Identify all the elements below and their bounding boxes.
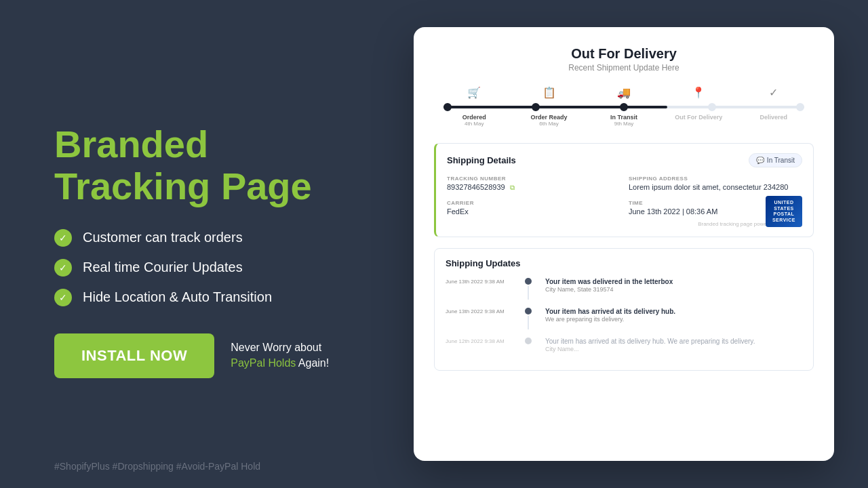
tracking-number-value: 89327846528939 ⧉	[447, 183, 620, 192]
timeline-time-3: June 12th 2022 9:38 AM	[446, 338, 517, 352]
shipping-details-header: Shipping Details 💬 In Transit	[447, 153, 802, 167]
step-out-for-delivery: 📍	[661, 86, 736, 102]
address-label: SHIPPING ADDRESS	[629, 176, 802, 182]
update-location-1: City Name, State 319574	[545, 286, 673, 293]
cta-text: Never Worry about PayPal Holds Again!	[231, 340, 329, 371]
check-icon-1: ✓	[54, 229, 72, 247]
cta-text-suffix: Again!	[296, 357, 329, 369]
tracking-subtitle: Recent Shipment Update Here	[434, 63, 814, 73]
carrier-label: CARRIER	[447, 200, 620, 206]
install-now-button[interactable]: INSTALL NOW	[54, 333, 214, 378]
step-in-transit: 🚚	[587, 86, 661, 102]
dot-4	[708, 103, 716, 111]
copy-icon[interactable]: ⧉	[510, 184, 515, 191]
dot-2	[532, 103, 540, 111]
carrier-value: FedEx	[447, 207, 620, 216]
label-out-for-delivery: Out For Delivery	[661, 114, 736, 127]
shipping-details-title: Shipping Details	[447, 155, 516, 165]
hero-title-line1: Branded	[54, 123, 208, 165]
step-ordered: 🛒	[437, 86, 511, 102]
cta-text-highlight: PayPal Holds	[231, 357, 296, 369]
progress-labels: Ordered 4th May Order Ready 6th May In T…	[437, 114, 811, 127]
timeline-item-2: June 13th 2022 9:38 AM Your item has arr…	[446, 308, 802, 338]
tracking-title: Out For Delivery	[434, 46, 814, 62]
address-field: SHIPPING ADDRESS Lorem ipsum dolor sit a…	[629, 176, 802, 192]
right-panel: Out For Delivery Recent Shipment Update …	[393, 0, 868, 488]
location-icon: 📍	[692, 86, 705, 99]
tracking-number-label: TRACKING NUMBER	[447, 176, 620, 182]
hashtags: #ShopifyPlus #Dropshipping #Avoid-PayPal…	[54, 461, 260, 472]
hero-title: Branded Tracking Page	[54, 123, 353, 207]
truck-icon: 🚚	[617, 86, 631, 99]
timeline-content-2: Your item has arrived at its delivery hu…	[545, 308, 675, 329]
cta-text-line1: Never Worry about	[231, 342, 321, 353]
in-transit-badge: 💬 In Transit	[749, 153, 802, 167]
update-location-2: We are preparing its delivery.	[545, 316, 675, 323]
usps-logo: UNITEDSTATESPOSTALSERVICE	[766, 196, 802, 227]
tracking-header: Out For Delivery Recent Shipment Update …	[434, 46, 814, 73]
dot-1	[443, 103, 452, 111]
timeline-line-1	[528, 286, 529, 300]
feature-label-1: Customer can track orders	[83, 230, 243, 245]
progress-icons: 🛒 📋 🚚 📍 ✓	[437, 86, 811, 102]
features-list: ✓ Customer can track orders ✓ Real time …	[54, 229, 353, 306]
address-value: Lorem ipsum dolor sit amet, consectetur …	[629, 183, 802, 191]
timeline-content-3: Your item has arrived at its delivery hu…	[545, 338, 755, 352]
branded-text: Branded tracking page powered by Uptrack	[447, 221, 802, 227]
feature-label-3: Hide Location & Auto Transition	[83, 289, 272, 305]
update-location-3: City Name...	[545, 346, 755, 352]
shipping-details-card: Shipping Details 💬 In Transit TRACKING N…	[434, 143, 814, 237]
transit-icon: 💬	[756, 157, 764, 164]
feature-item-1: ✓ Customer can track orders	[54, 229, 353, 247]
label-order-ready: Order Ready 6th May	[511, 114, 586, 127]
timeline-indicator-2	[525, 308, 532, 329]
cta-row: INSTALL NOW Never Worry about PayPal Hol…	[54, 333, 353, 378]
update-title-1: Your item was delivered in the letterbox	[545, 278, 673, 285]
transit-badge-label: In Transit	[767, 157, 795, 164]
progress-container: 🛒 📋 🚚 📍 ✓	[434, 86, 814, 127]
timeline-time-2: June 13th 2022 9:38 AM	[446, 308, 517, 329]
dot-5	[796, 103, 804, 111]
feature-label-2: Real time Courier Updates	[83, 260, 243, 275]
carrier-field: CARRIER FedEx	[447, 200, 620, 216]
timeline-dot-2	[525, 308, 532, 314]
mockup-card: Out For Delivery Recent Shipment Update …	[414, 27, 834, 461]
timeline-indicator-3	[525, 338, 532, 352]
check-icon-3: ✓	[54, 289, 72, 306]
delivered-icon: ✓	[769, 86, 778, 99]
shipping-updates-title: Shipping Updates	[446, 258, 802, 268]
timeline-indicator-1	[525, 278, 532, 300]
timeline-item-1: June 13th 2022 9:38 AM Your item was del…	[446, 278, 802, 308]
tracking-number-field: TRACKING NUMBER 89327846528939 ⧉	[447, 176, 620, 192]
timeline-line-2	[528, 316, 529, 329]
usps-logo-area: UNITEDSTATESPOSTALSERVICE	[766, 196, 802, 227]
timeline-dot-3	[525, 338, 532, 344]
timeline: June 13th 2022 9:38 AM Your item was del…	[446, 278, 802, 361]
progress-bar-track	[443, 106, 804, 108]
hero-title-line2: Tracking Page	[54, 165, 312, 207]
step-order-ready: 📋	[511, 86, 586, 102]
timeline-dot-1	[525, 278, 532, 285]
update-title-2: Your item has arrived at its delivery hu…	[545, 308, 675, 315]
cart-icon: 🛒	[467, 86, 481, 99]
timeline-content-1: Your item was delivered in the letterbox…	[545, 278, 673, 300]
label-ordered: Ordered 4th May	[437, 114, 511, 127]
clipboard-icon: 📋	[542, 86, 556, 99]
shipping-updates-card: Shipping Updates June 13th 2022 9:38 AM …	[434, 248, 814, 371]
check-icon-2: ✓	[54, 259, 72, 277]
feature-item-2: ✓ Real time Courier Updates	[54, 259, 353, 277]
step-delivered: ✓	[736, 86, 811, 102]
update-title-3: Your item has arrived at its delivery hu…	[545, 338, 755, 345]
left-panel: Branded Tracking Page ✓ Customer can tra…	[0, 0, 393, 488]
timeline-item-3: June 12th 2022 9:38 AM Your item has arr…	[446, 338, 802, 361]
feature-item-3: ✓ Hide Location & Auto Transition	[54, 289, 353, 306]
shipping-grid: TRACKING NUMBER 89327846528939 ⧉ SHIPPIN…	[447, 176, 802, 216]
dot-3	[620, 103, 628, 111]
label-in-transit: In Transit 9th May	[587, 114, 661, 127]
progress-dots	[443, 103, 804, 111]
label-delivered: Delivered	[736, 114, 811, 127]
timeline-time-1: June 13th 2022 9:38 AM	[446, 278, 517, 300]
